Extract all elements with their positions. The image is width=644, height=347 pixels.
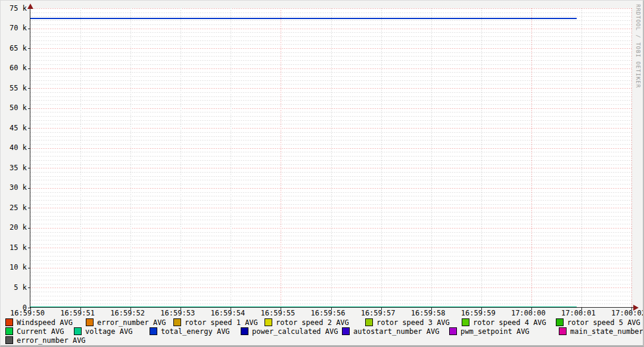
legend-item-rotor-speed-2-avg: rotor speed 2 AVG (265, 318, 349, 327)
y-tick-label: 10 k (3, 264, 27, 271)
y-tick-label: 50 k (3, 104, 27, 112)
legend-swatch-icon (5, 327, 13, 335)
x-tick-label: 16:59:59 (458, 310, 499, 317)
legend-swatch-icon (150, 327, 157, 335)
x-tick-label: 16:59:58 (407, 310, 449, 317)
legend-label: error_number AVG (17, 336, 86, 345)
legend-swatch-icon (5, 336, 13, 344)
legend-swatch-icon (365, 318, 373, 326)
legend-swatch-icon (86, 318, 94, 326)
legend-label: rotor speed 2 AVG (276, 318, 349, 327)
legend-item-rotor-speed-5-avg: rotor speed 5 AVG (556, 318, 640, 327)
x-tick-label: 16:59:54 (207, 310, 248, 317)
legend-label: error_number AVG (97, 318, 166, 327)
legend-item-pwm-setpoint-avg: pwm_setpoint AVG (449, 327, 530, 336)
legend-item-current-avg: Current AVG (5, 327, 64, 336)
legend-label: pwm_setpoint AVG (461, 327, 530, 336)
legend-item-power-calculated-avg: power_calculated AVG (241, 327, 338, 336)
legend-label: rotor speed 1 AVG (185, 318, 258, 327)
rrdtool-watermark: RRDTOOL / TOBI OETIKER (635, 4, 641, 88)
x-tick-label: 16:59:56 (307, 310, 349, 317)
legend-label: rotor speed 4 AVG (473, 318, 546, 327)
legend-swatch-icon (449, 327, 457, 335)
y-tick-label: 45 k (3, 124, 27, 132)
legend-swatch-icon (556, 318, 564, 326)
legend-swatch-icon (462, 318, 469, 326)
legend-swatch-icon (173, 318, 181, 326)
y-axis-arrow-icon (27, 4, 33, 9)
legend-row: Windspeed AVGerror_number AVGrotor speed… (1, 318, 644, 327)
y-tick-label: 70 k (3, 24, 27, 32)
legend-item-windspeed-avg: Windspeed AVG (5, 318, 73, 327)
legend-item-error-number-avg: error_number AVG (5, 336, 86, 345)
x-tick-label: 17:00:00 (508, 310, 549, 317)
legend-swatch-icon (74, 327, 82, 335)
legend-swatch-icon (241, 327, 248, 335)
legend-item-rotor-speed-3-avg: rotor speed 3 AVG (365, 318, 450, 327)
x-tick-label: 16:59:50 (7, 310, 48, 317)
legend-item-rotor-speed-4-avg: rotor speed 4 AVG (462, 318, 546, 327)
y-tick-label: 40 k (3, 144, 27, 152)
rrdtool-graph: 05 k10 k15 k20 k25 k30 k35 k40 k45 k50 k… (0, 0, 644, 347)
y-tick-label: 5 k (3, 284, 27, 292)
legend-item-total-energy-avg: total_energy AVG (150, 327, 230, 336)
y-tick-label: 25 k (3, 204, 27, 212)
x-tick-label: 16:59:53 (157, 310, 198, 317)
legend-swatch-icon (265, 318, 272, 326)
y-tick-label: 60 k (3, 64, 27, 72)
x-tick-label: 17:00:02 (608, 310, 644, 317)
legend-label: total_energy AVG (161, 327, 230, 336)
y-tick-label: 20 k (3, 224, 27, 232)
x-tick-label: 17:00:01 (558, 310, 599, 317)
legend-row: error_number AVG (1, 336, 644, 345)
legend-item-voltage-avg: voltage AVG (74, 327, 132, 336)
legend-label: rotor speed 3 AVG (377, 318, 450, 327)
legend-item-error-number-avg: error_number AVG (86, 318, 166, 327)
legend-swatch-icon (342, 327, 350, 335)
legend-label: Windspeed AVG (17, 318, 73, 327)
legend-item-main-state-number-avg: main_state_number AVG (559, 327, 644, 336)
legend-label: voltage AVG (85, 327, 132, 336)
x-axis-line (30, 307, 634, 308)
legend-item-autostart-number-avg: autostart_number AVG (342, 327, 440, 336)
x-tick-label: 16:59:51 (57, 310, 98, 317)
y-tick-label: 65 k (3, 45, 27, 52)
y-tick-label: 75 k (3, 5, 27, 12)
legend-label: autostart_number AVG (353, 327, 440, 336)
x-tick-label: 16:59:52 (107, 310, 148, 317)
legend-swatch-icon (5, 318, 13, 326)
legend-swatch-icon (559, 327, 567, 335)
y-axis-line (30, 7, 30, 308)
legend-label: Current AVG (17, 327, 64, 336)
y-tick-label: 35 k (3, 164, 27, 172)
legend-item-rotor-speed-1-avg: rotor speed 1 AVG (173, 318, 258, 327)
legend-label: power_calculated AVG (252, 327, 338, 336)
legend-row: Current AVGvoltage AVGtotal_energy AVGpo… (1, 327, 644, 336)
chart-grid-and-series (28, 8, 631, 310)
x-tick-label: 16:59:57 (357, 310, 399, 317)
y-tick-label: 15 k (3, 244, 27, 252)
y-tick-label: 55 k (3, 85, 27, 92)
x-tick-label: 16:59:55 (257, 310, 298, 317)
y-tick-label: 30 k (3, 184, 27, 192)
legend-label: rotor speed 5 AVG (567, 318, 640, 327)
legend-label: main_state_number AVG (570, 327, 644, 336)
